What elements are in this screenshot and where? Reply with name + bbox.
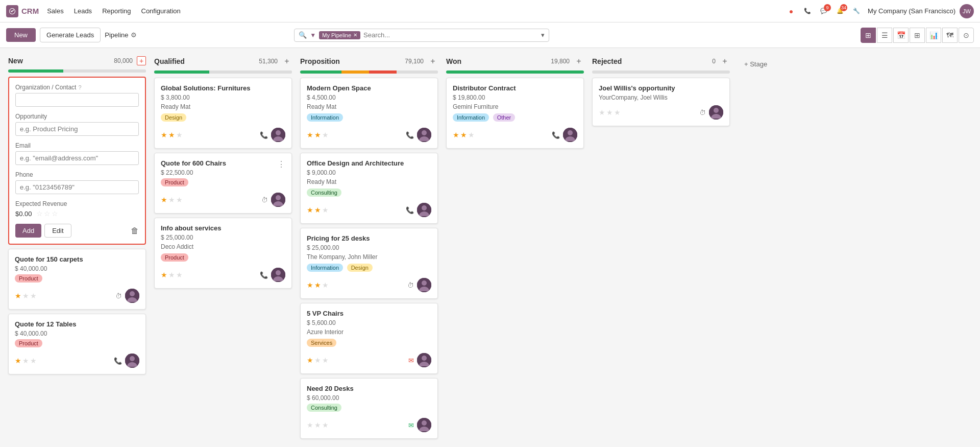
kanban-view-btn[interactable]: ⊞ — [861, 28, 876, 43]
add-stage-button[interactable]: + Stage — [738, 56, 773, 72]
star-2[interactable]: ☆ — [44, 209, 51, 218]
card-quote-600-chairs[interactable]: Quote for 600 Chairs ⋮ $ 22,500.00 Produ… — [154, 153, 292, 214]
star-1[interactable]: ★ — [307, 281, 313, 289]
star-2[interactable]: ★ — [314, 206, 321, 214]
column-won-header: Won 19,800 + — [446, 56, 584, 66]
star-2[interactable]: ★ — [314, 356, 321, 364]
generate-leads-button[interactable]: Generate Leads — [40, 28, 101, 42]
opportunity-input[interactable] — [15, 122, 139, 136]
calendar-view-btn[interactable]: 📅 — [893, 28, 909, 43]
star-1[interactable]: ★ — [599, 108, 605, 116]
pivot-view-btn[interactable]: ⊞ — [910, 28, 925, 43]
phone-icon[interactable]: 📞 — [802, 6, 813, 16]
column-rejected-add[interactable]: + — [720, 56, 730, 66]
star-1[interactable]: ☆ — [36, 209, 43, 218]
status-icon[interactable]: ● — [786, 6, 796, 16]
star-3[interactable]: ★ — [176, 131, 183, 139]
card-quote-12-tables[interactable]: Quote for 12 Tables $ 40,000.00 Product … — [8, 314, 146, 374]
star-2[interactable]: ★ — [460, 131, 467, 139]
new-button[interactable]: New — [6, 28, 36, 42]
star-2[interactable]: ★ — [606, 108, 613, 116]
star-3[interactable]: ★ — [322, 131, 329, 139]
card-stars: ★ ★ ★ — [161, 271, 183, 279]
star-3[interactable]: ★ — [176, 196, 183, 204]
card-info-services[interactable]: Info about services $ 25,000.00 Deco Add… — [154, 218, 292, 289]
star-filled-1[interactable]: ★ — [15, 292, 21, 300]
star-2[interactable]: ★ — [314, 421, 321, 429]
search-dropdown-icon[interactable]: ▾ — [541, 31, 545, 39]
edit-button[interactable]: Edit — [44, 224, 71, 238]
chat-icon[interactable]: 💬 9 — [819, 6, 829, 16]
star-2[interactable]: ★ — [168, 271, 175, 279]
column-proposition-add[interactable]: + — [428, 56, 438, 66]
star-3[interactable]: ★ — [176, 271, 183, 279]
search-input[interactable] — [363, 31, 538, 39]
star-1[interactable]: ★ — [453, 131, 459, 139]
phone-input[interactable] — [15, 180, 139, 194]
star-1[interactable]: ★ — [307, 356, 313, 364]
card-menu-icon[interactable]: ⋮ — [277, 159, 285, 169]
company-selector[interactable]: My Company (San Francisco) JW — [868, 4, 974, 18]
star-filled-1[interactable]: ★ — [15, 357, 21, 365]
star-3[interactable]: ★ — [322, 206, 329, 214]
star-2[interactable]: ★ — [168, 131, 175, 139]
email-input[interactable] — [15, 151, 139, 165]
star-3[interactable]: ★ — [322, 281, 329, 289]
app-logo[interactable]: CRM — [6, 5, 39, 17]
graph-view-btn[interactable]: 📊 — [926, 28, 941, 43]
star-1[interactable]: ★ — [161, 271, 167, 279]
nav-reporting[interactable]: Reporting — [102, 7, 131, 15]
star-empty-3[interactable]: ★ — [30, 357, 37, 365]
card-quote-150-carpets[interactable]: Quote for 150 carpets $ 40,000.00 Produc… — [8, 249, 146, 310]
org-contact-select[interactable] — [15, 93, 139, 107]
wrench-icon[interactable]: 🔧 — [851, 6, 862, 16]
filter-icon: ▼ — [310, 32, 316, 39]
star-3[interactable]: ★ — [322, 421, 329, 429]
star-1[interactable]: ★ — [161, 131, 167, 139]
star-1[interactable]: ★ — [307, 421, 313, 429]
list-view-btn[interactable]: ☰ — [877, 28, 892, 43]
card-avatar — [417, 278, 431, 292]
my-pipeline-filter[interactable]: My Pipeline ✕ — [319, 31, 360, 39]
star-2[interactable]: ★ — [168, 196, 175, 204]
star-1[interactable]: ★ — [161, 196, 167, 204]
star-3[interactable]: ★ — [468, 131, 475, 139]
star-2[interactable]: ★ — [314, 281, 321, 289]
phone-icon: 📞 — [260, 271, 268, 279]
card-global-solutions[interactable]: Global Solutions: Furnitures $ 3,800.00 … — [154, 78, 292, 149]
column-new-add[interactable]: + — [137, 56, 146, 65]
star-1[interactable]: ★ — [307, 131, 313, 139]
star-3[interactable]: ★ — [614, 108, 621, 116]
star-3[interactable]: ☆ — [52, 209, 58, 218]
card-pricing-25-desks[interactable]: Pricing for 25 desks $ 25,000.00 The Kom… — [300, 228, 438, 299]
star-empty-2[interactable]: ★ — [22, 292, 29, 300]
star-empty-3[interactable]: ★ — [30, 292, 37, 300]
card-5-vp-chairs[interactable]: 5 VP Chairs $ 5,600.00 Azure Interior Se… — [300, 303, 438, 374]
star-3[interactable]: ★ — [322, 356, 329, 364]
bell-icon[interactable]: 🔔 34 — [835, 6, 845, 16]
pipeline-settings-icon[interactable]: ⚙ — [131, 31, 137, 39]
card-tag: Product — [15, 274, 42, 283]
card-joel-willis[interactable]: Joel Willis's opportunity YourCompany, J… — [592, 78, 730, 126]
star-1[interactable]: ★ — [307, 206, 313, 214]
nav-configuration[interactable]: Configuration — [141, 7, 181, 15]
card-need-20-desks[interactable]: Need 20 Desks $ 60,000.00 Consulting ★ ★… — [300, 378, 438, 439]
add-button[interactable]: Add — [15, 224, 41, 238]
activity-view-btn[interactable]: ⊙ — [959, 28, 974, 43]
card-modern-open-space[interactable]: Modern Open Space $ 4,500.00 Ready Mat I… — [300, 78, 438, 149]
card-amount: $ 40,000.00 — [15, 265, 139, 272]
filter-remove[interactable]: ✕ — [353, 32, 357, 38]
star-2[interactable]: ★ — [314, 131, 321, 139]
org-contact-tooltip[interactable]: ? — [78, 84, 81, 90]
card-office-design[interactable]: Office Design and Architecture $ 9,000.0… — [300, 153, 438, 224]
column-won-add[interactable]: + — [574, 56, 584, 66]
card-distributor-contract[interactable]: Distributor Contract $ 19,800.00 Gemini … — [446, 78, 584, 149]
card-icons: ⏱ — [699, 105, 723, 120]
star-empty-2[interactable]: ★ — [22, 357, 29, 365]
nav-leads[interactable]: Leads — [74, 7, 92, 15]
column-qualified-add[interactable]: + — [282, 56, 292, 66]
card-tag-design: Design — [347, 264, 373, 272]
delete-button[interactable]: 🗑 — [131, 226, 139, 236]
map-view-btn[interactable]: 🗺 — [942, 28, 958, 43]
nav-sales[interactable]: Sales — [47, 7, 64, 15]
